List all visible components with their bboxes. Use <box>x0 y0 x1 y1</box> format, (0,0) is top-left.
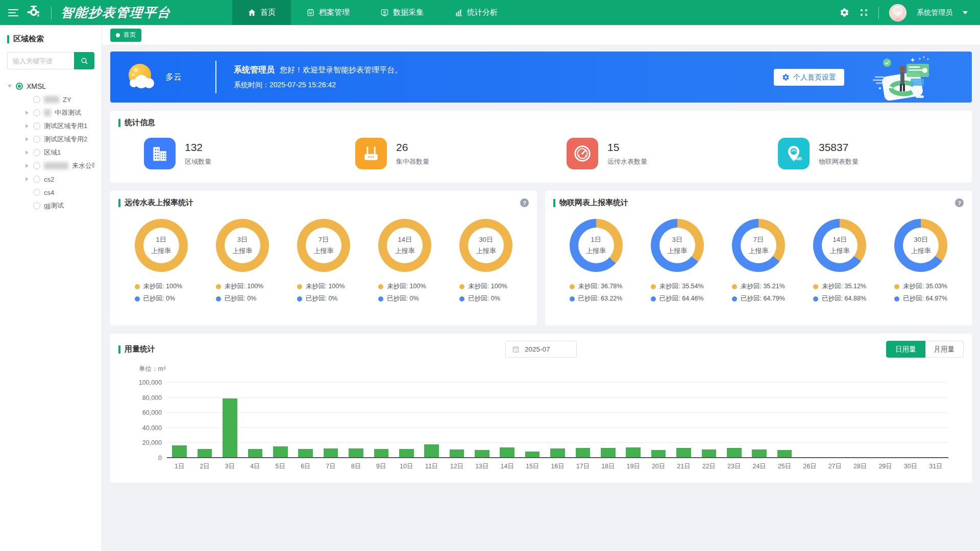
usage-bar-11日[interactable] <box>424 444 439 458</box>
x-tick-label: 25日 <box>772 462 797 471</box>
usage-bar-23日[interactable] <box>727 448 742 458</box>
radio-unselected[interactable] <box>33 149 40 156</box>
usage-bar-14日[interactable] <box>500 447 514 458</box>
donut-center-label: 30日上报率 <box>468 228 504 263</box>
expand-caret-icon[interactable] <box>26 111 29 115</box>
stat-value: 132 <box>185 141 211 154</box>
legend-row: 已抄回: 0% <box>297 294 345 303</box>
tree-node[interactable]: 来水公司 <box>7 159 94 172</box>
radio-unselected[interactable] <box>33 96 40 103</box>
legend-dot-icon <box>732 284 737 289</box>
settings-gear-icon[interactable] <box>840 8 849 17</box>
tree-node[interactable]: 区域1 <box>7 146 94 159</box>
donut-legend: 未抄回: 35.03%已抄回: 64.97% <box>894 282 947 303</box>
donut-center-label: 14日上报率 <box>387 228 423 263</box>
usage-bar-21日[interactable] <box>676 448 691 458</box>
monthly-usage-button[interactable]: 月用量 <box>925 341 964 358</box>
panel-title: 远传水表上报率统计 <box>125 198 193 208</box>
x-tick-label: 16日 <box>545 462 570 471</box>
usage-bar-19日[interactable] <box>626 447 641 458</box>
region-search-input[interactable] <box>7 52 74 69</box>
legend-dot-icon <box>135 284 140 289</box>
donut-legend: 未抄回: 36.78%已抄回: 63.22% <box>570 282 623 303</box>
legend-row: 已抄回: 64.46% <box>651 294 704 303</box>
banner-illustration <box>860 55 936 102</box>
usage-bar-1日[interactable] <box>172 445 187 458</box>
nav-tab-data-collection[interactable]: 数据采集 <box>365 0 439 25</box>
x-tick-label: 11日 <box>419 462 444 471</box>
donut-ring: 7日上报率 <box>297 219 350 272</box>
tree-node-root[interactable]: XMSL <box>7 80 94 93</box>
usage-bar-17日[interactable] <box>576 448 591 458</box>
usage-bar-18日[interactable] <box>601 448 616 458</box>
user-avatar[interactable] <box>889 4 906 21</box>
collapse-caret-icon[interactable] <box>8 85 12 88</box>
gauge-icon <box>567 138 598 169</box>
daily-usage-button[interactable]: 日用量 <box>886 341 925 358</box>
radio-unselected[interactable] <box>33 189 40 196</box>
panel-title: 物联网表上报率统计 <box>559 198 628 208</box>
stat-card-concentrators: 26集中器数量 <box>330 138 541 169</box>
donut-ring: 1日上报率 <box>570 219 623 272</box>
search-button[interactable] <box>74 52 94 69</box>
expand-caret-icon[interactable] <box>26 164 29 168</box>
top-navbar: 智能抄表管理平台 首页 档案管理 数据采集 统计分析 系统管理员 <box>0 0 980 25</box>
tree-node[interactable]: gjj测试 <box>7 199 94 212</box>
tag-bar: 首页 <box>102 25 980 45</box>
usage-bar-3日[interactable] <box>223 398 237 458</box>
usage-panel: 用量统计 2025-07 日用量 月用量 单位：m³ 020,00040,000… <box>110 334 972 483</box>
expand-caret-icon[interactable] <box>26 137 29 141</box>
x-tick-label: 14日 <box>495 462 520 471</box>
tree-node[interactable]: 测试区域专用1 <box>7 119 94 133</box>
help-icon[interactable]: ? <box>955 198 964 207</box>
stats-panel: 统计信息 132区域数量 26集中器数量 15远传水表数量 35837物联网表数… <box>110 111 972 183</box>
statistics-icon <box>454 8 463 17</box>
legend-dot-icon <box>135 296 140 302</box>
radio-unselected[interactable] <box>33 162 40 169</box>
main-nav: 首页 档案管理 数据采集 统计分析 <box>232 0 513 25</box>
nav-tab-home[interactable]: 首页 <box>232 0 291 25</box>
legend-row: 已抄回: 0% <box>216 294 263 303</box>
main-content: 首页 多云 系统管理员您好！欢迎登录智能抄表管理平台。 系统时间：2025-07… <box>102 25 980 551</box>
radio-unselected[interactable] <box>33 122 40 130</box>
expand-caret-icon[interactable] <box>26 177 29 181</box>
donut-ring: 30日上报率 <box>459 219 512 272</box>
x-tick-label: 18日 <box>596 462 621 471</box>
calendar-icon <box>512 345 520 353</box>
legend-dot-icon <box>894 284 899 289</box>
legend-dot-icon <box>216 296 221 302</box>
month-picker[interactable]: 2025-07 <box>505 341 577 358</box>
donut-legend: 未抄回: 35.21%已抄回: 64.79% <box>732 282 785 303</box>
tree-node[interactable]: 中器测试 <box>7 106 94 119</box>
nav-tab-archives[interactable]: 档案管理 <box>291 0 365 25</box>
tree-node[interactable]: cs2 <box>7 172 94 186</box>
tag-home[interactable]: 首页 <box>110 29 141 42</box>
tree-node[interactable]: cs4 <box>7 186 94 199</box>
radio-unselected[interactable] <box>33 109 40 116</box>
usage-bar-5日[interactable] <box>273 446 288 458</box>
x-tick-label: 3日 <box>217 462 242 471</box>
radio-unselected[interactable] <box>33 136 40 143</box>
faucet-logo-icon <box>26 5 42 21</box>
radio-selected[interactable] <box>16 83 23 90</box>
x-tick-label: 4日 <box>242 462 267 471</box>
personal-home-settings-button[interactable]: 个人首页设置 <box>774 69 844 86</box>
expand-caret-icon[interactable] <box>26 124 29 128</box>
tree-node-label: 中器测试 <box>55 108 81 117</box>
expand-caret-icon[interactable] <box>26 151 29 155</box>
donut-3日: 3日上报率未抄回: 35.54%已抄回: 64.46% <box>651 219 704 303</box>
hamburger-menu-icon[interactable] <box>8 9 18 16</box>
tree-node[interactable]: 测试区域专用2 <box>7 133 94 146</box>
legend-dot-icon <box>732 296 737 302</box>
x-tick-label: 9日 <box>369 462 394 471</box>
month-picker-value: 2025-07 <box>525 345 550 353</box>
help-icon[interactable]: ? <box>520 198 529 207</box>
fullscreen-icon[interactable] <box>860 8 868 17</box>
stat-value: 15 <box>607 141 647 154</box>
radio-unselected[interactable] <box>33 202 40 209</box>
nav-tab-statistics[interactable]: 统计分析 <box>439 0 513 25</box>
radio-unselected[interactable] <box>33 176 40 183</box>
tree-node-label: 来水公司 <box>72 161 94 170</box>
tree-node[interactable]: ZY <box>7 93 94 106</box>
user-menu-caret-icon[interactable] <box>963 11 968 14</box>
